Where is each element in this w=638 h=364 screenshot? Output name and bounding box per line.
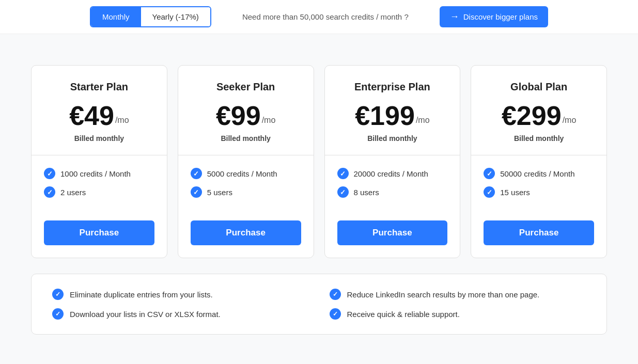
feature-item: ✓ 2 users [44,186,154,198]
billed-text: Billed monthly [191,134,301,143]
purchase-button[interactable]: Purchase [44,220,154,245]
check-icon: ✓ [337,186,349,198]
check-icon-sm: ✓ [330,289,341,300]
plan-features: ✓ 50000 credits / Month ✓ 15 users [471,155,606,215]
plan-price: €49 /mo [44,102,154,129]
price-amount: €49 [69,102,114,129]
check-icon-sm: ✓ [52,308,64,320]
plan-header: Seeker Plan €99 /mo Billed monthly [178,66,314,155]
feature-text: 20000 credits / Month [354,169,428,178]
plan-header: Enterprise Plan €199 /mo Billed monthly [325,66,460,155]
check-icon: ✓ [191,168,202,179]
plan-features: ✓ 20000 credits / Month ✓ 8 users [325,155,460,215]
check-icon: ✓ [337,168,349,179]
main-content: Starter Plan €49 /mo Billed monthly ✓ 10… [0,34,638,350]
plan-name: Global Plan [484,81,594,93]
discover-label: Discover bigger plans [463,12,538,21]
banner-feature-item: ✓ Reduce LinkedIn search results by more… [330,289,586,300]
discover-bigger-plans-button[interactable]: → Discover bigger plans [440,6,548,27]
check-icon: ✓ [44,186,55,198]
plan-name: Seeker Plan [191,81,301,93]
banner-feature-text: Receive quick & reliable support. [347,310,460,319]
check-icon: ✓ [484,168,495,179]
price-period: /mo [115,116,129,125]
top-bar: Monthly Yearly (-17%) Need more than 50,… [0,0,638,34]
purchase-button[interactable]: Purchase [484,220,594,245]
feature-text: 5000 credits / Month [207,169,277,178]
check-icon-sm: ✓ [330,308,341,320]
feature-item: ✓ 20000 credits / Month [337,168,448,179]
feature-text: 15 users [500,188,530,197]
check-icon: ✓ [44,168,55,179]
banner-feature-text: Download your lists in CSV or XLSX forma… [70,310,221,319]
plan-name: Starter Plan [44,81,154,93]
check-icon: ✓ [191,186,202,198]
price-amount: €299 [502,102,562,129]
banner-feature-text: Reduce LinkedIn search results by more t… [347,290,540,299]
check-icon: ✓ [484,186,495,198]
price-period: /mo [416,116,430,125]
price-amount: €199 [355,102,415,129]
feature-item: ✓ 1000 credits / Month [44,168,154,179]
features-banner: ✓ Eliminate duplicate entries from your … [31,274,607,335]
billing-toggle: Monthly Yearly (-17%) [90,6,211,27]
banner-feature-item: ✓ Receive quick & reliable support. [330,308,586,320]
banner-feature-item: ✓ Eliminate duplicate entries from your … [52,289,309,300]
check-icon-sm: ✓ [52,289,64,300]
plan-features: ✓ 1000 credits / Month ✓ 2 users [32,155,167,215]
feature-text: 1000 credits / Month [60,169,131,178]
feature-text: 5 users [207,188,232,197]
billed-text: Billed monthly [484,134,594,143]
plan-card-3: Global Plan €299 /mo Billed monthly ✓ 50… [471,65,607,258]
feature-text: 50000 credits / Month [500,169,574,178]
plan-card-0: Starter Plan €49 /mo Billed monthly ✓ 10… [31,65,167,258]
plan-price: €199 /mo [337,102,448,129]
purchase-button[interactable]: Purchase [191,220,301,245]
feature-item: ✓ 5 users [191,186,301,198]
feature-item: ✓ 15 users [484,186,594,198]
feature-item: ✓ 5000 credits / Month [191,168,301,179]
feature-text: 2 users [60,188,86,197]
arrow-icon: → [450,11,459,22]
billed-text: Billed monthly [44,134,154,143]
plan-name: Enterprise Plan [337,81,448,93]
banner-feature-text: Eliminate duplicate entries from your li… [70,290,213,299]
price-period: /mo [262,116,276,125]
monthly-tab[interactable]: Monthly [91,7,141,26]
plan-header: Starter Plan €49 /mo Billed monthly [32,66,167,155]
plan-card-2: Enterprise Plan €199 /mo Billed monthly … [324,65,461,258]
plan-features: ✓ 5000 credits / Month ✓ 5 users [178,155,314,215]
plans-grid: Starter Plan €49 /mo Billed monthly ✓ 10… [31,65,607,258]
feature-text: 8 users [354,188,379,197]
banner-feature-item: ✓ Download your lists in CSV or XLSX for… [52,308,309,320]
plan-price: €299 /mo [484,102,594,129]
plan-price: €99 /mo [191,102,301,129]
purchase-button[interactable]: Purchase [337,220,448,245]
bigger-plans-text: Need more than 50,000 search credits / m… [242,12,409,21]
plan-card-1: Seeker Plan €99 /mo Billed monthly ✓ 500… [178,65,314,258]
billed-text: Billed monthly [337,134,448,143]
price-period: /mo [563,116,577,125]
plan-header: Global Plan €299 /mo Billed monthly [471,66,606,155]
yearly-tab[interactable]: Yearly (-17%) [141,7,210,26]
feature-item: ✓ 50000 credits / Month [484,168,594,179]
feature-item: ✓ 8 users [337,186,448,198]
price-amount: €99 [216,102,261,129]
